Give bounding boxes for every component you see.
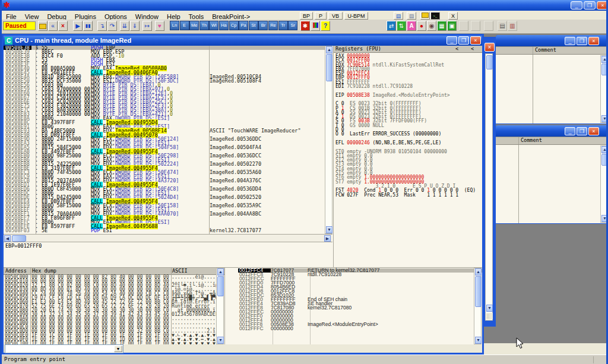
register-row[interactable]: FCW 027F Prec NEAR,53 Mask 1 1 1 1 1 1: [335, 193, 482, 197]
fragment-vscrollbar[interactable]: ▼ ░: [485, 53, 493, 321]
fragment-close-icon[interactable]: ×: [484, 43, 495, 52]
close-button[interactable]: ×: [597, 1, 608, 10]
restart-icon[interactable]: «: [48, 21, 58, 31]
title-bar[interactable]: ✱ _ ❐ ×: [2, 0, 608, 11]
cpu-title-bar[interactable]: C CPU - main thread, module ImageRed _ ❐…: [4, 36, 482, 46]
open-file-icon[interactable]: [38, 21, 48, 31]
close-button[interactable]: ×: [588, 127, 599, 135]
comment-window-1-titlebar[interactable]: _ ❐ ×: [496, 35, 608, 46]
step-over-icon[interactable]: ↷: [107, 21, 117, 31]
toolbar-empty-button-2[interactable]: [471, 21, 480, 31]
trace-into-icon[interactable]: ⇊: [120, 21, 129, 31]
minimize-button[interactable]: _: [565, 127, 575, 135]
maximize-button[interactable]: ❐: [577, 37, 587, 45]
scroll-thumb[interactable]: [326, 54, 332, 81]
comment-window-2-vscrollbar[interactable]: ▲ ▼: [600, 145, 608, 223]
view-button-tr[interactable]: Tr: [278, 21, 288, 30]
scroll-down-icon[interactable]: ▼: [217, 337, 224, 344]
help-icon[interactable]: ?: [321, 21, 330, 31]
comment-window-1-vscrollbar[interactable]: ▲ ▼: [600, 55, 608, 123]
menu-close-button[interactable]: X: [448, 12, 458, 20]
disasm-hscrollbar[interactable]: ◀ ▶: [4, 234, 332, 242]
resize-grip[interactable]: ░: [486, 313, 493, 319]
go-to-address-icon[interactable]: ♥: [155, 21, 164, 31]
registers-pager-left-icon[interactable]: <: [455, 46, 458, 52]
scroll-down-icon[interactable]: ▼: [601, 115, 608, 122]
ascii-a-icon[interactable]: A: [407, 21, 416, 31]
execute-till-return-icon[interactable]: ↦: [142, 21, 152, 31]
view-button-pa[interactable]: Pa: [239, 21, 248, 30]
minimize-button[interactable]: _: [565, 37, 575, 45]
view-button-re[interactable]: Re: [268, 21, 278, 30]
console-icon[interactable]: >_: [430, 12, 440, 20]
comment-window-2-titlebar[interactable]: _ ❐ ×: [496, 125, 608, 137]
dump-pane[interactable]: Address Hex dump ASCII 0050C00000 00 00 …: [4, 267, 224, 344]
pause-icon[interactable]: ▮▮: [83, 21, 93, 31]
comment-window-2-content[interactable]: ▲ ▼: [496, 145, 608, 223]
registers-pager-right-icon[interactable]: <: [471, 46, 474, 52]
close-button[interactable]: ×: [588, 37, 599, 45]
trace-over-icon[interactable]: ⇓: [130, 21, 140, 31]
command-combobox[interactable]: ▼: [5, 344, 124, 353]
appearance-colors-icon[interactable]: [311, 21, 320, 31]
keypad-icon[interactable]: ▦: [437, 21, 446, 31]
scroll-thumb[interactable]: [601, 64, 608, 75]
folder-icon[interactable]: [420, 12, 430, 20]
scroll-thumb[interactable]: [217, 276, 224, 296]
scroll-right-icon[interactable]: ▶: [324, 235, 331, 242]
u-bpm-button[interactable]: U-BPM: [344, 12, 368, 20]
scroll-down-icon[interactable]: ▼: [486, 305, 493, 312]
disassembly-pane[interactable]: 00508E38$55PUSH EBP00508E39.8BECMOV EBP,…: [4, 46, 325, 234]
step-into-icon[interactable]: ↴: [97, 21, 107, 31]
p-button[interactable]: P: [315, 12, 327, 20]
comment-column-header[interactable]: Comment: [535, 47, 556, 53]
scroll-up-icon[interactable]: ▲: [326, 46, 332, 53]
record-icon[interactable]: ●: [417, 21, 426, 31]
registers-pane[interactable]: Registers (FPU) < < EAX 00000000ECX 0012…: [333, 46, 482, 267]
bp-button[interactable]: BP: [300, 12, 313, 20]
document-icon[interactable]: ▤: [407, 12, 416, 20]
window-layout-icon-2[interactable]: ▥: [508, 21, 517, 31]
view-button-st[interactable]: St: [249, 21, 258, 30]
chevron-down-icon[interactable]: ▼: [114, 346, 122, 352]
scroll-left-icon[interactable]: ◀: [4, 235, 11, 242]
register-row[interactable]: EFL 00000246 (NO,NB,E,BE,NS,PE,GE,LE): [335, 141, 482, 145]
comment-column-header[interactable]: Comment: [521, 137, 542, 144]
scroll-up-icon[interactable]: ▲: [601, 146, 608, 153]
register-row[interactable]: EIP 00508E38 ImageRed.<ModuleEntryPoint>: [335, 93, 482, 97]
scroll-down-icon[interactable]: ▼: [475, 337, 482, 344]
view-button-ln[interactable]: Ln: [170, 21, 179, 30]
vb-button[interactable]: VB: [328, 12, 343, 20]
cpu-close-button[interactable]: ×: [470, 36, 481, 45]
notepad-icon[interactable]: ▤: [394, 12, 403, 20]
stack-pane[interactable]: 0012FFC47C817077RETURN to kernel32.7C817…: [224, 267, 482, 344]
scroll-up-icon[interactable]: ▲: [475, 268, 482, 276]
hscroll-thumb[interactable]: [12, 235, 26, 242]
disasm-vscrollbar[interactable]: ▲ ▼: [325, 46, 332, 234]
scroll-thumb[interactable]: [601, 154, 608, 166]
scroll-up-icon[interactable]: ▲: [217, 268, 224, 276]
dump-vscrollbar[interactable]: ▲ ▼: [216, 268, 224, 344]
register-row[interactable]: EDI 7C910228 ntdll.7C910228: [335, 84, 482, 88]
spiral-icon[interactable]: ◉: [427, 21, 436, 31]
disasm-row[interactable]: 00508E3B.83C4 F0ADD ESP,-10: [4, 54, 325, 58]
disasm-row[interactable]: 00508E3E.53PUSH EBX: [4, 58, 325, 62]
options-gear-icon[interactable]: ✱: [300, 21, 310, 31]
close-process-icon[interactable]: ×: [58, 21, 68, 31]
cpu-minimize-button[interactable]: _: [446, 36, 457, 45]
view-button-e[interactable]: E: [180, 21, 189, 30]
screen-icon[interactable]: ▣: [447, 21, 457, 31]
minimize-button[interactable]: _: [571, 1, 582, 10]
view-button-th[interactable]: Th: [200, 21, 209, 30]
view-button-ha[interactable]: Ha: [219, 21, 229, 30]
register-row[interactable]: T 0 GS 0000 NULL: [335, 124, 482, 128]
scroll-down-icon[interactable]: ▼: [326, 226, 332, 233]
scroll-thumb[interactable]: [486, 55, 493, 69]
maximize-button[interactable]: ❐: [577, 127, 587, 135]
scroll-thumb[interactable]: [475, 276, 482, 307]
scroll-up-icon[interactable]: ▲: [601, 56, 608, 63]
toolbar-empty-button-1[interactable]: [459, 21, 468, 31]
cpu-restore-button[interactable]: ❐: [458, 36, 469, 45]
scroll-down-icon[interactable]: ▼: [601, 215, 608, 222]
stack-row[interactable]: 0012FFFC00000000: [238, 327, 482, 331]
